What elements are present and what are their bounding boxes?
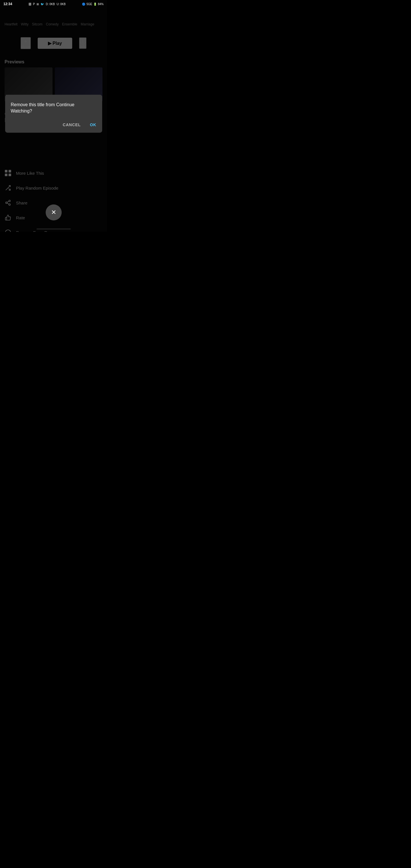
grid-icon: ⊞ (36, 3, 39, 6)
close-icon: ✕ (51, 209, 56, 216)
battery-level: 84% (98, 3, 104, 6)
ok-button[interactable]: OK (90, 121, 96, 128)
confirm-dialog: Remove this title from Continue Watching… (5, 95, 102, 133)
music-icon: P (33, 3, 35, 6)
status-bar: 12:34 🖼 P ⊞ 🐦 D: 0KB U: 0KB 🔵 5GE 🔋 84% (0, 0, 107, 8)
network-up: U: 0KB (57, 3, 66, 6)
twitter-icon: 🐦 (40, 3, 44, 6)
signal-label: 5GE (87, 3, 92, 6)
status-time: 12:34 (3, 2, 12, 6)
status-center-icons: 🖼 P ⊞ 🐦 D: 0KB U: 0KB (29, 3, 66, 6)
close-button[interactable]: ✕ (46, 205, 62, 220)
network-down: D: 0KB (46, 3, 55, 6)
bluetooth-icon: 🔵 (82, 3, 85, 6)
dialog-message: Remove this title from Continue Watching… (11, 102, 96, 115)
status-right-icons: 🔵 5GE 🔋 84% (82, 3, 104, 6)
gallery-icon: 🖼 (29, 3, 31, 6)
dialog-buttons: CANCEL OK (11, 121, 96, 128)
battery-icon: 🔋 (93, 3, 97, 6)
cancel-button[interactable]: CANCEL (63, 121, 81, 128)
